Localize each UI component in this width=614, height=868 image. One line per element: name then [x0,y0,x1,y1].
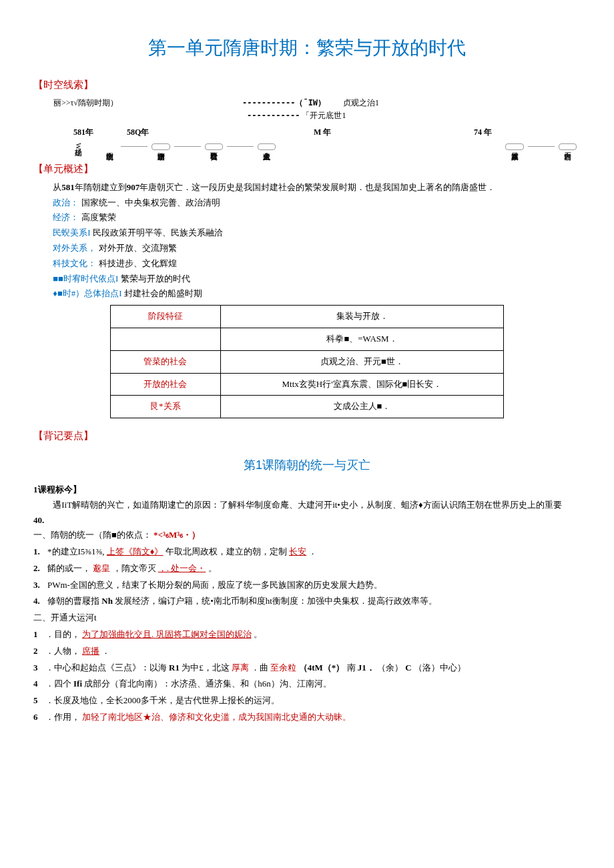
list-item: 2 ．人物， 席播 ． [33,644,581,659]
q3-mid4: （余） [377,663,403,673]
q3-mid1: 为中£，北这 [182,663,230,673]
q3-mid3: 南 [347,663,356,673]
q4-post: 成部分（育北向南）：水济烝、通济集、和（h6n）沟、江南河。 [84,679,332,689]
event-box-3: 文成公主人藏 [258,143,276,150]
cell-r3c2: 贞观之治、开元■世． [220,350,503,373]
p3: PWm-全国的意义，结束了长期分裂的局面，股应了统一多民族国家的历史发展大趋势。 [47,580,382,590]
p2-red: 邈皇 [93,563,110,573]
year-74: 74 年 [474,126,527,139]
value-economy: 高度繁荣 [81,212,116,222]
p1-pre: *的建立I5⅜1⅜, [47,546,105,556]
list-item: 4. 修朝的曹屦指 Nh 发展经济，编订户籍，统•南北币制和度ht衡制度：加强中… [33,594,581,608]
timeline-arrow1: -----------（¯IW） [242,98,326,107]
sec2-points: 1 ．目的， 为了加强曲牝交且. 巩固将工婀对全国的妮治 。 2 ．人物， 席播… [33,628,581,725]
event-box-2: 玄奘西行取经 [205,143,223,150]
list-item: 6 ．作用， 加轻了南北地区★治、修济和文化史滥，成为我国南北史通的大动昧。 [33,711,581,725]
sec1-red: *<³₆M³₆・） [154,530,200,540]
timeline-diagram: 丽>>τ√隋朝时期） -----------（¯IW） 贞观之治1 ------… [33,97,581,151]
value-era: 繁荣与开放的时代 [121,274,190,284]
q3-b4: C [405,663,411,673]
cell-r4c1: 开放的社会 [110,373,220,396]
q2-end: ． [101,646,110,656]
n40: 40. [33,514,581,528]
table-row: 科拳■、=WASM． [110,328,503,350]
year-58q: 58Q年 [127,126,180,139]
overview-total: ♦■时#）总体抬点I 封建社会的船盛时期 [33,287,581,301]
feature-table: 阶段特征 集装与开放． 科拳■、=WASM． 管菜的社会 贞观之治、开元■世． … [110,305,504,418]
value-total: 封建社会的船盛时期 [124,288,202,298]
course-text: 遇IiT解晴朝的兴亡，如道隋期逮亡的原因：了解科华制度命庵、大建河开it•史小，… [33,498,581,512]
label-economy: 经济： [53,212,79,222]
label-era: ■■时宥时代依点I [53,274,118,284]
list-item: 3 ．中心和起始点《三点》：以海 R1 为中£，北这 厚离 ．曲 至余粒 （4t… [33,661,581,675]
overview-ethnic: 民蜺美系I 民段政策开明平等、民族关系融洽 [33,226,581,240]
timeline-top-left: 丽>>τ√隋朝时期） [53,98,118,107]
list-item: 2. 餚的或一， 邈皇 ，隋文帝灭 ，. 处一会・ 。 [33,562,581,576]
sec2-header: 二、开通大运河t [33,611,581,625]
table-row: 管菜的社会 贞观之治、开元■世． [110,350,503,373]
vert-label-1: 杨建W [71,141,85,151]
q6-red: 加轻了南北地区★治、修济和文化史滥，成为我国南北史通的大动昧。 [82,712,351,722]
list-item: 5 ．长度及地位，全长2000多千米，是古代世界上报长的运河。 [33,694,581,708]
sec1-points: 1. *的建立I5⅜1⅜, 上签《隋文♦》 午取北周政权，建立的朝，定制 长安 … [33,545,581,608]
q6-pre: ．作用， [45,712,80,722]
table-row: 开放的社会 Mttx玄奘H行'室真东震、国际化■旧长安． [110,373,503,396]
q3-pre: ．中心和起始点《三点》：以海 [45,663,167,673]
list-item: 1 ．目的， 为了加强曲牝交且. 巩固将工婀对全国的妮治 。 [33,628,581,642]
section-memo-header: 【背记要点】 [33,428,581,444]
p4-pre: 修朝的曹屦指 [47,596,99,606]
page-title: 第一单元隋唐时期：繁荣与开放的时代 [33,33,581,63]
year-581: 581年 [73,126,127,139]
q3-b1: R1 [169,663,180,673]
cell-r5c2: 文成公主人■． [220,396,503,418]
q3-mid2: ．曲 [251,663,268,673]
q3-red2: 至余粒 [270,663,296,673]
q2-red: 席播 [82,646,99,656]
p1-end: ． [308,546,317,556]
q3-red1: 厚离 [232,663,249,673]
q5: ．长度及地位，全长2000多千米，是古代世界上报长的运河。 [45,695,280,705]
timeline-arrow2: ----------- [247,111,300,120]
overview-scitech: 科技文化： 科技进步、文化辉煌 [33,257,581,271]
cell-r5c1: 艮*关系 [110,396,220,418]
section-overview-header: 【单元概述】 [33,161,581,177]
cell-r2c1 [110,328,220,350]
cell-r2c2: 科拳■、=WASM． [220,328,503,350]
p4-post: 发展经济，编订户籍，统•南北币制和度ht衡制度：加强中央集权．提高行政效率等。 [115,596,437,606]
label-foreign: 对外关系， [53,243,96,253]
vert-label-2: 全朝国京统 [103,145,117,148]
p2-mid: ，隋文帝灭 [113,563,156,573]
p2-pre: 餚的或一， [47,563,91,573]
event-box-5: 唐朝灭亡 [559,143,577,150]
year-m: M 年 [314,126,367,139]
overview-politics: 政治： 国家统一、中央集权完善、政治清明 [33,196,581,210]
list-item: 3. PWm-全国的意义，结束了长期分裂的局面，股应了统一多民族国家的历史发展大… [33,578,581,592]
value-politics: 国家统一、中央集权完善、政治清明 [81,197,220,207]
section-timeline-header: 【时空线索】 [33,77,581,93]
q4-pre: ．四个 [45,679,71,689]
intro-rest: 年唐朝灭亡．这一段历史是我国封建社会的繁荣发展时期．也是我国加史上著名的隋唐盛世… [139,182,495,192]
q2-pre: ．人物， [45,646,80,656]
value-foreign: 对外开放、交流翔繁 [99,243,177,253]
cell-r1c2: 集装与开放． [220,306,503,328]
label-ethnic: 民蜺美系I [53,228,90,238]
label-total: ♦■时#）总体抬点I [53,288,121,298]
course-header: 1课程标今】 [33,483,581,497]
q1-red: 为了加强曲牝交且. 巩固将工婀对全国的妮治 [82,629,252,639]
sec1-pre: 一、隋朝的统一（隋■的依点： [33,530,151,540]
list-item: 4 ．四个 Ifi 成部分（育北向南）：水济烝、通济集、和（h6n）沟、江南河。 [33,677,581,691]
timeline-label1: 贞观之治1 [343,98,379,107]
overview-foreign: 对外关系， 对外开放、交流翔繁 [33,242,581,256]
label-politics: 政治： [53,197,79,207]
timeline-label2: 「开元底世1 [302,111,346,120]
cell-r3c1: 管菜的社会 [110,350,220,373]
q3-end: （洛）中心） [414,663,466,673]
cell-r4c2: Mttx玄奘H行'室真东震、国际化■旧长安． [220,373,503,396]
p4-b: Nh [101,596,113,606]
table-row: 艮*关系 文成公主人■． [110,396,503,418]
p1-link: 上签《隋文♦》 [107,546,164,556]
q3-b2: （4tM（*） [299,663,345,673]
q4-b: Ifi [73,679,82,689]
value-ethnic: 民段政策开明平等、民族关系融洽 [93,228,223,238]
course-body: 遇IiT解晴朝的兴亡，如道隋期逮亡的原因：了解科华制度命庵、大建河开it•史小，… [53,500,561,510]
